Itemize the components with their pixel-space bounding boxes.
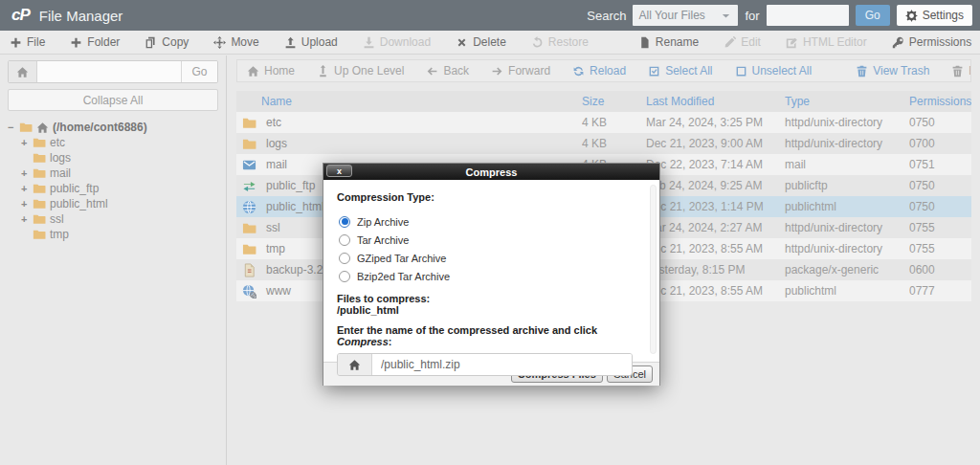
tree-item-label: public_html (50, 197, 108, 210)
instruction-compress-word: Compress (337, 336, 389, 347)
column-header-type[interactable]: Type (785, 95, 909, 108)
navbar-item-select-all[interactable]: Select All (648, 64, 712, 78)
search-scope-select[interactable]: All Your Files (633, 5, 738, 26)
tree-toggle[interactable]: + (21, 183, 33, 194)
dialog-scrollbar[interactable] (650, 185, 657, 354)
gear-icon (905, 10, 918, 22)
tree-item-ssl[interactable]: +ssl (8, 211, 218, 227)
dialog-close-button[interactable]: x (326, 165, 352, 177)
column-header-permissions[interactable]: Permissions (909, 95, 971, 108)
column-header-last-modified[interactable]: Last Modified (646, 95, 785, 108)
tree-item-public_ftp[interactable]: +public_ftp (8, 181, 218, 196)
table-row-etc[interactable]: etc4 KBMar 24, 2024, 3:25 PMhttpd/unix-d… (236, 112, 971, 133)
folder-icon (33, 212, 46, 226)
radio-unselected[interactable] (339, 234, 350, 246)
globe-link-icon (242, 284, 257, 299)
radio-unselected[interactable] (339, 271, 350, 282)
last-modified-cell: Mar 24, 2024, 2:27 AM (646, 221, 785, 234)
for-label: for (745, 9, 759, 23)
file-name: mail (266, 158, 287, 171)
file-icon (242, 263, 256, 277)
navbar-item-up-one-level[interactable]: Up One Level (317, 64, 404, 78)
toolbar-item-html-editor: HTML Editor (786, 35, 867, 49)
folder-icon (19, 121, 33, 134)
tree-toggle[interactable]: + (21, 198, 33, 210)
archive-name-input[interactable] (372, 354, 632, 375)
cpanel-logo: cP (11, 6, 30, 25)
search-input[interactable] (767, 5, 849, 26)
toolbar-item-file[interactable]: File (10, 35, 45, 49)
navbar-item-label: View Trash (873, 64, 929, 78)
tree-item-homecont6886[interactable]: −(/home/cont6886) (8, 120, 218, 135)
settings-button[interactable]: Settings (897, 5, 972, 26)
collapse-all-button[interactable]: Collapse All (8, 89, 218, 111)
folder-icon (19, 121, 33, 134)
toolbar-item-label: Restore (548, 35, 589, 49)
plus-icon (70, 36, 82, 49)
navbar-item-empty-trash[interactable]: Empty Trash (951, 64, 971, 78)
toolbar-item-permissions[interactable]: Permissions (892, 35, 971, 49)
globe-icon (242, 200, 256, 214)
tree-toggle[interactable]: + (21, 167, 33, 179)
toolbar-item-upload[interactable]: Upload (284, 35, 338, 49)
navbar-item-view-trash[interactable]: View Trash (856, 64, 929, 78)
column-header-name[interactable]: Name (236, 95, 582, 108)
tree-item-tmp[interactable]: tmp (8, 227, 218, 242)
navbar-item-forward[interactable]: Forward (491, 64, 550, 78)
navbar-item-home[interactable]: Home (247, 64, 295, 78)
toolbar-item-rename[interactable]: Rename (638, 35, 699, 49)
search-go-button[interactable]: Go (856, 5, 890, 26)
name-cell: etc (236, 116, 582, 130)
folder-icon (33, 136, 46, 149)
tree-toggle[interactable]: − (8, 122, 19, 133)
navbar-item-reload[interactable]: Reload (572, 64, 626, 78)
compression-option-zip-archive[interactable]: Zip Archive (339, 212, 644, 231)
folder-icon (33, 166, 46, 180)
main-toolbar: FileFolderCopyMoveUploadDownloadDeleteRe… (0, 31, 980, 55)
radio-selected[interactable] (339, 216, 350, 228)
path-go-button[interactable]: Go (181, 61, 217, 82)
path-home-button[interactable] (9, 61, 37, 82)
last-modified-cell: Feb 24, 2024, 9:25 AM (646, 179, 785, 192)
tree-toggle[interactable]: + (21, 213, 33, 225)
radio-unselected[interactable] (339, 253, 350, 264)
table-header-row: NameSizeLast ModifiedTypePermissions (236, 91, 971, 112)
compression-option-label: Zip Archive (357, 216, 409, 228)
folder-icon (33, 166, 46, 180)
toolbar-item-label: HTML Editor (803, 35, 867, 49)
settings-label: Settings (923, 9, 964, 22)
tree-item-mail[interactable]: +mail (8, 166, 218, 181)
instruction-colon: : (389, 336, 392, 347)
folder-icon (242, 242, 256, 256)
tree-toggle[interactable]: + (21, 137, 33, 148)
path-input[interactable] (37, 61, 181, 82)
compress-dialog: x Compress Compression Type: Zip Archive… (323, 163, 660, 386)
type-cell: package/x-generic (785, 263, 909, 277)
compression-option-tar-archive[interactable]: Tar Archive (339, 231, 644, 249)
navbar-item-back[interactable]: Back (426, 64, 469, 78)
folder-icon (33, 212, 46, 226)
navbar-item-unselect-all[interactable]: Unselect All (735, 64, 813, 78)
table-row-logs[interactable]: logs4 KBDec 21, 2023, 9:00 AMhttpd/unix-… (236, 133, 971, 154)
last-modified-cell: Dec 22, 2023, 7:14 AM (646, 158, 785, 171)
back-icon (426, 65, 438, 78)
toolbar-item-edit: Edit (724, 35, 761, 49)
compression-option-gziped-tar-archive[interactable]: GZiped Tar Archive (339, 249, 644, 267)
tree-item-logs[interactable]: logs (8, 150, 218, 166)
tree-item-public_html[interactable]: +public_html (8, 196, 218, 211)
compression-option-bzip2ed-tar-archive[interactable]: Bzip2ed Tar Archive (339, 267, 644, 285)
toolbar-item-label: Move (231, 35, 258, 49)
delete-icon (456, 36, 468, 49)
type-cell: publicftp (785, 179, 909, 192)
toolbar-item-copy[interactable]: Copy (145, 35, 189, 49)
toolbar-item-delete[interactable]: Delete (456, 35, 506, 49)
last-modified-cell: Dec 21, 2023, 9:00 AM (646, 137, 785, 150)
folder-icon (33, 151, 46, 165)
column-header-size[interactable]: Size (582, 95, 646, 108)
toolbar-item-move[interactable]: Move (213, 35, 258, 49)
navbar-item-label: Forward (508, 64, 550, 78)
type-cell: httpd/unix-directory (785, 116, 909, 129)
folder-icon (33, 228, 46, 241)
tree-item-etc[interactable]: +etc (8, 135, 218, 150)
toolbar-item-folder[interactable]: Folder (70, 35, 120, 49)
